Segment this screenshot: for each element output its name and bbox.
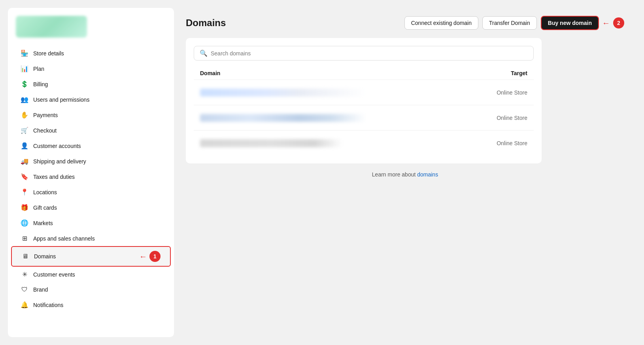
learn-more-section: Learn more about domains — [186, 163, 624, 186]
notifications-icon: 🔔 — [21, 301, 28, 309]
store-details-icon: 🏪 — [21, 49, 28, 57]
locations-icon: 📍 — [21, 188, 28, 196]
target-1: Online Store — [464, 89, 527, 96]
sidebar-item-plan[interactable]: 📊Plan — [11, 61, 171, 76]
sidebar-item-label-taxes-duties: Taxes and duties — [33, 174, 75, 180]
sidebar-item-label-users-permissions: Users and permissions — [33, 97, 89, 103]
header-actions: Connect existing domain Transfer Domain … — [404, 16, 624, 30]
sidebar-item-customer-accounts[interactable]: 👤Customer accounts — [11, 138, 171, 154]
buy-new-domain-button[interactable]: Buy new domain — [541, 16, 599, 30]
search-icon: 🔍 — [200, 49, 208, 57]
sidebar-item-notifications[interactable]: 🔔Notifications — [11, 297, 171, 313]
sidebar-item-label-gift-cards: Gift cards — [33, 205, 57, 211]
sidebar: 🏪Store details📊Plan💲Billing👥Users and pe… — [8, 8, 174, 337]
domain-row-3[interactable]: Online Store — [194, 130, 534, 155]
billing-icon: 💲 — [21, 80, 28, 88]
gift-cards-icon: 🎁 — [21, 204, 28, 211]
sidebar-item-domains[interactable]: 🖥Domains←1 — [11, 246, 171, 267]
col-target-header: Target — [464, 70, 527, 76]
sidebar-item-label-markets: Markets — [33, 220, 53, 226]
sidebar-item-label-checkout: Checkout — [33, 127, 57, 134]
sidebar-item-store-details[interactable]: 🏪Store details — [11, 45, 171, 61]
sidebar-item-checkout[interactable]: 🛒Checkout — [11, 123, 171, 138]
page-title: Domains — [186, 17, 226, 28]
target-3: Online Store — [464, 140, 527, 146]
plan-icon: 📊 — [21, 65, 28, 72]
domain-row-2[interactable]: Online Store — [194, 105, 534, 130]
domain-blur-1 — [200, 89, 366, 97]
sidebar-item-label-plan: Plan — [33, 66, 44, 72]
users-permissions-icon: 👥 — [21, 96, 28, 103]
learn-more-text: Learn more about — [372, 171, 417, 178]
domain-blur-3 — [200, 139, 342, 147]
payments-icon: ✋ — [21, 111, 28, 119]
sidebar-item-customer-events[interactable]: ✳Customer events — [11, 267, 171, 282]
sidebar-item-label-customer-events: Customer events — [33, 271, 75, 278]
customer-accounts-icon: 👤 — [21, 142, 28, 150]
search-bar[interactable]: 🔍 — [194, 46, 534, 61]
domain-row-1[interactable]: Online Store — [194, 80, 534, 105]
sidebar-item-markets[interactable]: 🌐Markets — [11, 215, 171, 231]
sidebar-item-label-billing: Billing — [33, 81, 48, 87]
arrow-icon-2: ← — [602, 19, 610, 28]
sidebar-item-users-permissions[interactable]: 👥Users and permissions — [11, 92, 171, 107]
store-logo — [8, 16, 174, 45]
taxes-duties-icon: 🔖 — [21, 173, 28, 180]
sidebar-item-label-brand: Brand — [33, 286, 48, 293]
page-header: Domains Connect existing domain Transfer… — [186, 16, 624, 30]
sidebar-item-label-store-details: Store details — [33, 50, 64, 57]
sidebar-item-apps-sales-channels[interactable]: ⊞Apps and sales channels — [11, 231, 171, 246]
target-2: Online Store — [464, 115, 527, 121]
search-input[interactable] — [211, 50, 528, 57]
connect-existing-domain-button[interactable]: Connect existing domain — [404, 16, 478, 30]
apps-sales-channels-icon: ⊞ — [21, 235, 28, 242]
sidebar-item-billing[interactable]: 💲Billing — [11, 76, 171, 92]
sidebar-item-label-notifications: Notifications — [33, 302, 63, 308]
sidebar-item-label-apps-sales-channels: Apps and sales channels — [33, 235, 95, 242]
sidebar-item-label-payments: Payments — [33, 112, 58, 118]
domains-icon: 🖥 — [21, 253, 29, 260]
annotation-badge-1: 1 — [149, 251, 161, 262]
checkout-icon: 🛒 — [21, 127, 28, 134]
sidebar-item-label-shipping-delivery: Shipping and delivery — [33, 158, 86, 165]
col-domain-header: Domain — [200, 70, 464, 76]
sidebar-item-taxes-duties[interactable]: 🔖Taxes and duties — [11, 169, 171, 184]
domain-blur-2 — [200, 114, 366, 122]
sidebar-item-locations[interactable]: 📍Locations — [11, 184, 171, 200]
shipping-delivery-icon: 🚚 — [21, 157, 28, 165]
sidebar-item-payments[interactable]: ✋Payments — [11, 107, 171, 123]
brand-icon: 🛡 — [21, 286, 28, 293]
transfer-domain-button[interactable]: Transfer Domain — [482, 16, 537, 30]
sidebar-item-label-locations: Locations — [33, 189, 57, 195]
customer-events-icon: ✳ — [21, 271, 28, 278]
main-content: Domains Connect existing domain Transfer… — [174, 8, 636, 337]
sidebar-item-gift-cards[interactable]: 🎁Gift cards — [11, 200, 171, 215]
annotation-badge-2: 2 — [613, 17, 624, 28]
domains-link[interactable]: domains — [417, 171, 438, 178]
arrow-icon-1: ← — [139, 252, 147, 261]
domains-content-card: 🔍 Domain Target Online Store Online Stor… — [186, 38, 542, 163]
sidebar-item-shipping-delivery[interactable]: 🚚Shipping and delivery — [11, 154, 171, 169]
sidebar-item-brand[interactable]: 🛡Brand — [11, 282, 171, 297]
sidebar-item-label-customer-accounts: Customer accounts — [33, 143, 81, 149]
table-header: Domain Target — [194, 67, 534, 80]
sidebar-item-label-domains: Domains — [34, 253, 56, 260]
markets-icon: 🌐 — [21, 219, 28, 227]
